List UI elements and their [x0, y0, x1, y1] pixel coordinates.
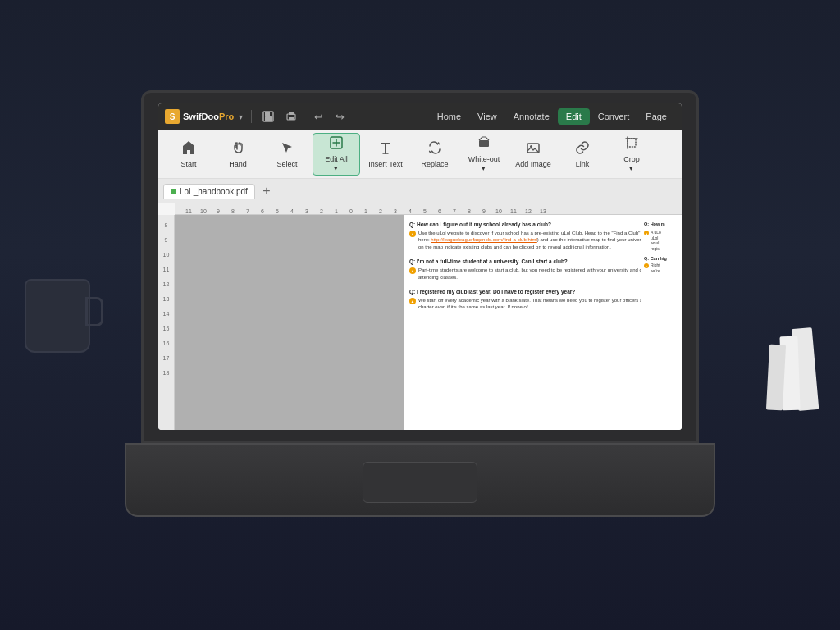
insert-text-label: Insert Text	[368, 160, 402, 169]
title-bar: S SwifDooPro ▾	[158, 103, 682, 130]
whiteout-label: White-out▾	[468, 155, 500, 173]
ruler-marks-left: 8 9 10 11 12 13 14 15 16 17 18	[158, 215, 174, 381]
dropdown-arrow[interactable]: ▾	[239, 112, 243, 121]
app-name: SwifDooPro	[183, 112, 234, 121]
pdf-viewport[interactable]: Q: How can I figure out if my school alr…	[175, 215, 682, 430]
link-label: Link	[576, 160, 590, 169]
whiteout-icon	[476, 135, 492, 153]
pdf-text-3: We start off every academic year with a …	[418, 297, 677, 311]
ruler-left: 8 9 10 11 12 13 14 15 16 17 18	[158, 215, 175, 430]
undo-button[interactable]: ↩	[309, 107, 327, 126]
tab-filename: LoL_handbook.pdf	[180, 187, 248, 196]
start-icon	[180, 139, 197, 158]
select-icon	[279, 139, 295, 158]
crop-icon	[623, 135, 640, 153]
tab-status-dot	[171, 189, 176, 194]
svg-rect-5	[289, 117, 294, 120]
redo-button[interactable]: ↪	[331, 107, 349, 126]
warning-icon-3: ▲	[409, 298, 416, 304]
pdf-text-2: Part-time students are welcome to start …	[418, 267, 677, 281]
edit-all-label: Edit All▾	[325, 155, 348, 173]
add-image-tool-button[interactable]: Add Image	[509, 133, 557, 176]
warning-icon-2: ▲	[409, 267, 416, 274]
pdf-answer-2: ▲ Part-time students are welcome to star…	[409, 267, 677, 281]
pdf-answer-1: ▲ Use the uLol website to discover if yo…	[409, 230, 677, 250]
pdf-page-partial-right: Q: How m ▲ A uLouLolwoulregis Q: Can hig…	[641, 215, 682, 430]
pdf-question-3: Q: I registered my club last year. Do I …	[409, 289, 677, 294]
insert-text-icon	[377, 139, 394, 158]
screen-bezel: S SwifDooPro ▾	[141, 90, 699, 443]
svg-rect-2	[265, 116, 272, 121]
start-label: Start	[180, 160, 196, 169]
crop-label: Crop▾	[623, 155, 640, 173]
pdf-section-1: Q: How can I figure out if my school alr…	[409, 221, 677, 250]
pdf-page-left	[175, 215, 404, 430]
hand-icon	[230, 139, 246, 158]
save-button[interactable]	[260, 108, 276, 125]
svg-rect-7	[479, 140, 489, 147]
app-logo-icon: S	[165, 109, 180, 124]
screen-inner: S SwifDooPro ▾	[158, 103, 682, 430]
menu-page[interactable]: Page	[637, 108, 675, 125]
edit-all-tool-button[interactable]: Edit All▾	[313, 133, 360, 176]
pdf-answer-3: ▲ We start off every academic year with …	[409, 297, 677, 311]
start-tool-button[interactable]: Start	[165, 133, 212, 176]
main-content: 11 10 9 8 7 6 5 4 3 2 1 0 1	[158, 203, 682, 430]
menu-convert[interactable]: Convert	[590, 108, 638, 125]
svg-rect-10	[628, 139, 636, 147]
svg-rect-1	[265, 112, 270, 116]
app-logo: S SwifDooPro ▾	[165, 109, 243, 124]
add-image-label: Add Image	[515, 160, 551, 169]
menu-view[interactable]: View	[469, 108, 505, 125]
undo-redo: ↩ ↪	[309, 107, 349, 126]
pdf-question-2: Q: I'm not a full-time student at a univ…	[409, 258, 677, 264]
add-tab-button[interactable]: +	[258, 183, 275, 199]
touchpad[interactable]	[363, 462, 477, 503]
file-tab[interactable]: LoL_handbook.pdf	[163, 184, 255, 199]
link-icon	[574, 139, 591, 158]
whiteout-tool-button[interactable]: White-out▾	[460, 133, 508, 176]
crop-tool-button[interactable]: Crop▾	[608, 133, 655, 176]
add-image-icon	[525, 139, 541, 158]
toolbar: Start Hand	[158, 130, 682, 179]
hand-label: Hand	[229, 160, 247, 169]
app-ui: S SwifDooPro ▾	[158, 103, 682, 430]
select-label: Select	[276, 160, 297, 169]
laptop: S SwifDooPro ▾	[141, 90, 699, 517]
books-decoration	[742, 312, 815, 410]
pdf-text-1: Use the uLol website to discover if your…	[418, 230, 677, 250]
keyboard-base	[125, 443, 715, 517]
print-button[interactable]	[283, 108, 299, 125]
menu-bar: Home View Annotate Edit Convert Page	[429, 108, 675, 125]
pdf-section-3: Q: I registered my club last year. Do I …	[409, 289, 677, 311]
link-tool-button[interactable]: Link	[559, 133, 606, 176]
tab-bar: LoL_handbook.pdf +	[158, 179, 682, 203]
menu-home[interactable]: Home	[429, 108, 469, 125]
menu-annotate[interactable]: Annotate	[505, 108, 558, 125]
replace-icon	[427, 139, 443, 158]
pdf-section-2: Q: I'm not a full-time student at a univ…	[409, 258, 677, 281]
warning-icon-1: ▲	[409, 231, 416, 237]
replace-tool-button[interactable]: Replace	[411, 133, 459, 176]
ruler-top: 11 10 9 8 7 6 5 4 3 2 1 0 1	[175, 203, 682, 215]
svg-rect-4	[289, 112, 294, 115]
replace-label: Replace	[421, 160, 448, 169]
menu-edit[interactable]: Edit	[558, 108, 590, 125]
insert-text-tool-button[interactable]: Insert Text	[362, 133, 409, 176]
hand-tool-button[interactable]: Hand	[214, 133, 262, 176]
select-tool-button[interactable]: Select	[263, 133, 311, 176]
edit-all-icon	[328, 135, 345, 153]
svg-point-9	[530, 145, 532, 148]
pdf-question-1: Q: How can I figure out if my school alr…	[409, 221, 677, 227]
title-divider	[251, 110, 252, 123]
ruler-marks-top: 11 10 9 8 7 6 5 4 3 2 1 0 1	[175, 208, 550, 214]
mug-decoration	[25, 279, 90, 353]
